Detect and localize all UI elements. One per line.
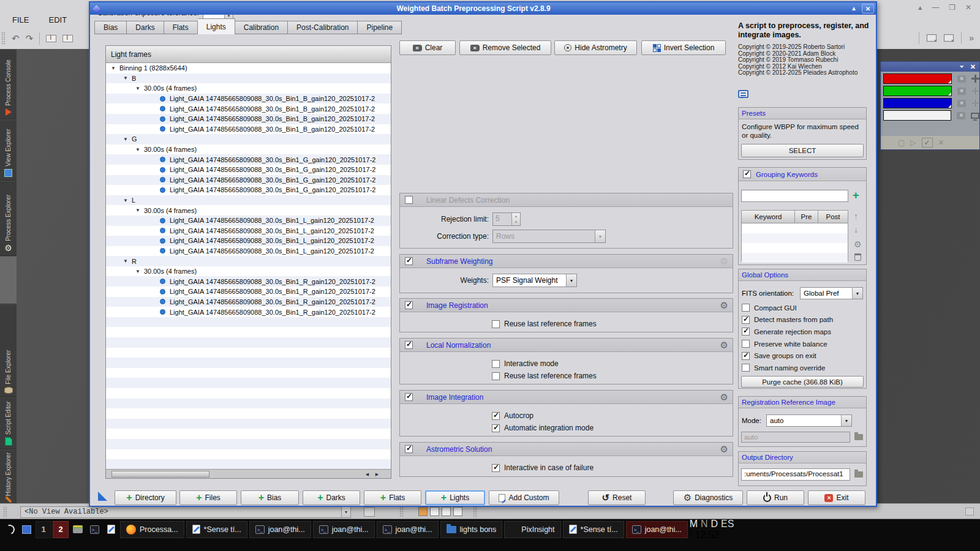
close-view-icon[interactable] (927, 34, 937, 42)
expand-arrow-icon[interactable]: ▼ (123, 75, 128, 81)
crosshair-icon[interactable] (971, 99, 979, 107)
output-directory-field[interactable]: :uments/Processats/Processat1 (741, 468, 850, 481)
workspace-1[interactable]: 1 (36, 521, 51, 538)
taskbar-window-joan@thi-[interactable]: >_joan@thi... (313, 521, 375, 538)
archive-app-icon[interactable] (70, 521, 85, 538)
expand-arrow-icon[interactable]: ▼ (111, 66, 116, 71)
checkbox[interactable] (742, 304, 750, 312)
sidebar-item-script-editor[interactable]: Script Editor (0, 397, 17, 449)
sidebar-item-file-explorer[interactable]: File Explorer (0, 304, 17, 397)
channel-color-bar[interactable] (883, 98, 952, 108)
mode-dropdown[interactable]: auto ▼ (766, 414, 852, 427)
run-button[interactable]: Run (747, 490, 804, 505)
taskbar-window-joan@thi-[interactable]: >_joan@thi... (377, 521, 439, 538)
checkbox[interactable] (492, 464, 500, 472)
tree-row[interactable]: ▼30.00s (4 frames) (106, 83, 391, 94)
page-icon[interactable]: ▷ (910, 138, 916, 147)
tree-row[interactable]: Light_GAIA 147485665809088_30.0s_Bin1_L_… (106, 236, 391, 246)
checkbox[interactable] (742, 328, 750, 335)
tree-row[interactable]: Light_GAIA 147485665809088_30.0s_Bin1_G_… (106, 175, 391, 186)
clear-channel-icon[interactable]: ✕ (957, 112, 965, 119)
gear-icon[interactable]: ⚙ (720, 256, 728, 267)
tab-flats[interactable]: Flats (164, 21, 198, 34)
checkbox[interactable] (492, 372, 500, 380)
files-button[interactable]: +Files (179, 490, 237, 505)
clear-button[interactable]: ✕ Clear (399, 40, 456, 55)
close-icon[interactable]: ✕ (965, 3, 971, 12)
expand-arrow-icon[interactable]: ▼ (123, 137, 128, 142)
restore-icon[interactable]: ❒ (949, 3, 956, 12)
lights-button[interactable]: +Lights (425, 490, 485, 505)
tree-row[interactable]: Light_GAIA 147485665809088_30.0s_Bin1_L_… (106, 216, 391, 226)
maximize-icon[interactable]: ▲ (848, 4, 860, 13)
clipboard-icon[interactable] (62, 35, 73, 42)
window-menu-icon[interactable] (2, 521, 17, 538)
expand-arrow-icon[interactable]: ▼ (123, 258, 128, 264)
add-keyword-icon[interactable]: + (853, 190, 859, 200)
tool-window-titlebar[interactable]: ⏷ ✕ (881, 62, 979, 72)
channel-color-bar[interactable] (883, 73, 952, 84)
expand-arrow-icon[interactable]: ▼ (135, 269, 140, 274)
sidebar-item-process-console[interactable]: Process Console (0, 49, 17, 119)
menu-file[interactable]: FILE (12, 15, 29, 24)
minimize-icon[interactable]: — (932, 3, 939, 12)
checkbox[interactable] (492, 424, 500, 432)
close-icon[interactable]: ✕ (862, 4, 874, 13)
clear-channel-icon[interactable]: ✕ (957, 75, 966, 83)
taskbar-window--sense-t-[interactable]: *Sense tí... (186, 521, 247, 538)
tree-row[interactable]: Light_GAIA 147485665809088_30.0s_Bin1_L_… (106, 226, 391, 236)
taskbar-window-pixinsight[interactable]: PixInsight (504, 521, 560, 538)
tab-lights[interactable]: Lights (198, 18, 235, 34)
palette-swatch[interactable] (442, 507, 451, 516)
tree-row[interactable]: Light_GAIA 147485665809088_30.0s_Bin1_R_… (106, 307, 391, 317)
presets-select-button[interactable]: SELECT (741, 144, 864, 157)
remove-selected-button[interactable]: ✕ Remove Selected (459, 40, 551, 55)
tree-row[interactable]: Light_GAIA 147485665809088_30.0s_Bin1_B_… (106, 103, 391, 114)
bias-button[interactable]: +Bias (241, 490, 299, 505)
tree-row[interactable]: Light_GAIA 147485665809088_30.0s_Bin1_R_… (106, 276, 391, 287)
taskbar-window-joan@thi-[interactable]: >_joan@thi... (249, 521, 311, 538)
tree-row[interactable]: Light_GAIA 147485665809088_30.0s_Bin1_G_… (106, 165, 391, 175)
tree-row[interactable]: ▼L (106, 195, 391, 206)
tree-row[interactable]: ▼30.00s (4 frames) (106, 205, 391, 216)
tab-calibration[interactable]: Calibration (235, 21, 288, 34)
section-header[interactable]: Linear Defects Correction (400, 193, 733, 207)
sidebar-item-history-explorer[interactable]: History Explorer (0, 449, 17, 504)
darks-button[interactable]: +Darks (303, 490, 360, 505)
pin-icon[interactable]: ⏷ (960, 64, 964, 70)
dialog-titlebar[interactable]: Weighted Batch Preprocessing Script v2.8… (90, 2, 876, 15)
keyboard-layout-d[interactable]: D (711, 519, 718, 530)
subframe-weighting-checkbox[interactable] (405, 257, 413, 265)
column-post[interactable]: Post (818, 210, 848, 223)
tree-row[interactable]: Light_GAIA 147485665809088_30.0s_Bin1_G_… (106, 154, 391, 165)
palette-swatch[interactable] (453, 507, 462, 516)
tree-row[interactable]: Light_GAIA 147485665809088_30.0s_Bin1_L_… (106, 246, 391, 257)
resize-grip[interactable] (965, 508, 974, 515)
expand-arrow-icon[interactable]: ▼ (123, 198, 128, 203)
checkbox[interactable] (492, 320, 500, 328)
browse-folder-icon[interactable] (854, 434, 863, 440)
keywords-table-body[interactable] (741, 223, 848, 261)
alert-icon[interactable]: ! (690, 530, 692, 540)
rename-icon[interactable] (46, 35, 56, 42)
purge-cache-button[interactable]: Purge cache (366.88 KiB) (741, 376, 864, 388)
crosshair-icon[interactable] (971, 75, 979, 83)
section-header[interactable]: Image Integration ⚙ (400, 391, 733, 404)
tree-row[interactable]: Light_GAIA 147485665809088_30.0s_Bin1_R_… (106, 297, 391, 307)
browse-folder-icon[interactable] (854, 471, 863, 478)
keyboard-layout-m[interactable]: M (690, 519, 698, 530)
keyboard-layout-es[interactable]: ES (721, 519, 734, 530)
tree-row[interactable]: Light_GAIA 147485665809088_30.0s_Bin1_B_… (106, 94, 391, 104)
scroll-right-icon[interactable]: ▶ (372, 470, 382, 478)
drag-handle[interactable] (3, 506, 7, 517)
trash-icon[interactable] (854, 253, 861, 261)
keyboard-layout-n[interactable]: N (701, 519, 708, 530)
show-desktop-icon[interactable] (19, 521, 34, 538)
collapse-icon[interactable]: ✕ (938, 138, 944, 147)
checkbox[interactable] (742, 316, 750, 324)
square-icon[interactable]: ▢ (898, 138, 905, 147)
scroll-left-icon[interactable]: ◀ (363, 470, 372, 478)
checkbox[interactable] (742, 340, 750, 348)
workspace-2[interactable]: 2 (53, 521, 69, 538)
tree-row[interactable]: ▼G (106, 134, 391, 144)
